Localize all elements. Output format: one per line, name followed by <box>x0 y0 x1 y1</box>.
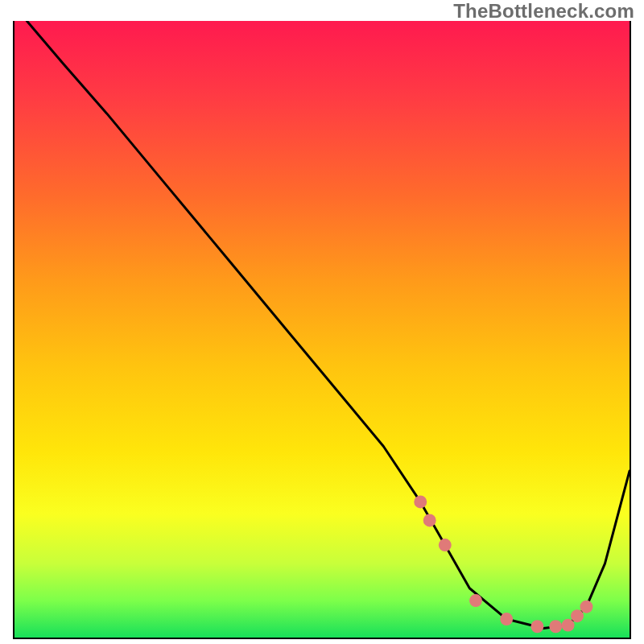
svg-point-8 <box>571 609 584 622</box>
svg-point-0 <box>414 495 427 508</box>
svg-point-3 <box>469 594 482 607</box>
watermark-text: TheBottleneck.com <box>453 2 634 21</box>
plot-area <box>13 21 631 639</box>
chart-stage: TheBottleneck.com <box>0 0 644 644</box>
svg-point-2 <box>439 539 452 551</box>
svg-point-9 <box>580 601 593 613</box>
chart-svg <box>14 21 630 638</box>
svg-point-7 <box>562 619 575 632</box>
bottleneck-curve <box>27 21 630 629</box>
svg-point-1 <box>423 514 436 527</box>
svg-point-6 <box>549 620 562 633</box>
highlight-dots <box>414 495 592 633</box>
svg-point-4 <box>500 613 513 625</box>
svg-point-5 <box>530 620 543 633</box>
